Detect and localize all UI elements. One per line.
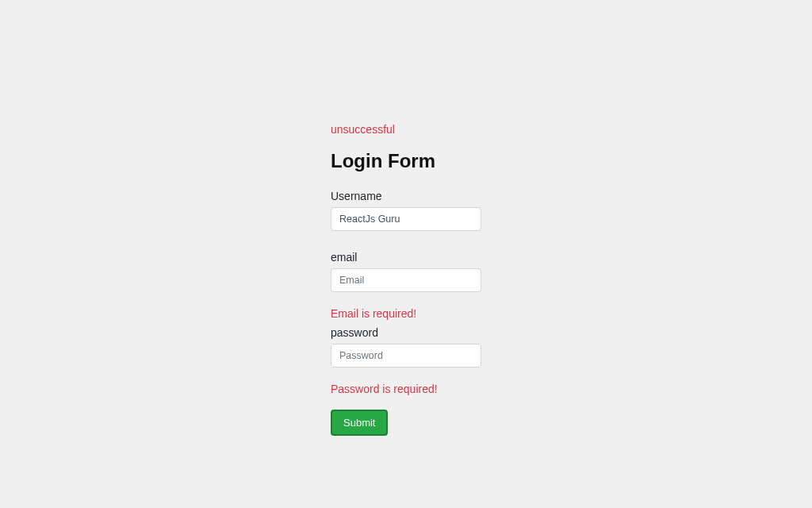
- password-input[interactable]: [331, 344, 481, 368]
- username-input[interactable]: [331, 207, 481, 231]
- submit-button[interactable]: Submit: [331, 410, 388, 436]
- email-group: email: [331, 251, 481, 292]
- email-label: email: [331, 251, 481, 264]
- status-message: unsuccessful: [331, 123, 481, 136]
- form-title: Login Form: [331, 150, 481, 172]
- username-group: Username: [331, 190, 481, 231]
- email-input[interactable]: [331, 268, 481, 292]
- password-group: password: [331, 326, 481, 368]
- login-form-container: unsuccessful Login Form Username email E…: [331, 0, 481, 436]
- password-label: password: [331, 326, 481, 339]
- password-error: Password is required!: [331, 383, 481, 395]
- username-label: Username: [331, 190, 481, 202]
- email-error: Email is required!: [331, 307, 481, 320]
